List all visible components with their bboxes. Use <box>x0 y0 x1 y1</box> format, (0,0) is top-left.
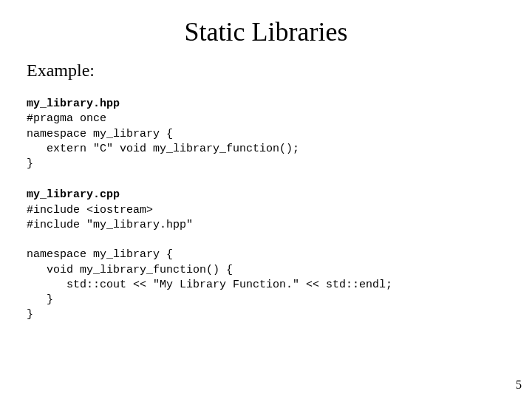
filename-cpp: my_library.cpp <box>27 188 120 201</box>
code-line: } <box>27 308 33 321</box>
code-line: #include "my_library.hpp" <box>27 219 193 231</box>
code-block-cpp: my_library.cpp #include <iostream> #incl… <box>27 188 505 322</box>
code-line: #include <iostream> <box>27 204 153 216</box>
code-line: #pragma once <box>27 112 106 125</box>
code-line: namespace my_library { <box>27 128 173 140</box>
slide-title: Static Libraries <box>27 16 505 47</box>
code-line: } <box>27 157 33 170</box>
code-line: namespace my_library { <box>27 248 173 261</box>
slide: Static Libraries Example: my_library.hpp… <box>0 0 532 399</box>
code-line: std::cout << "My Library Function." << s… <box>27 279 392 291</box>
code-line: } <box>27 293 53 306</box>
page-number: 5 <box>516 378 522 392</box>
example-label: Example: <box>27 61 505 81</box>
code-block-hpp: my_library.hpp #pragma once namespace my… <box>27 97 505 171</box>
code-line: extern "C" void my_library_function(); <box>27 143 299 155</box>
filename-hpp: my_library.hpp <box>27 98 120 110</box>
code-line: void my_library_function() { <box>27 264 233 276</box>
